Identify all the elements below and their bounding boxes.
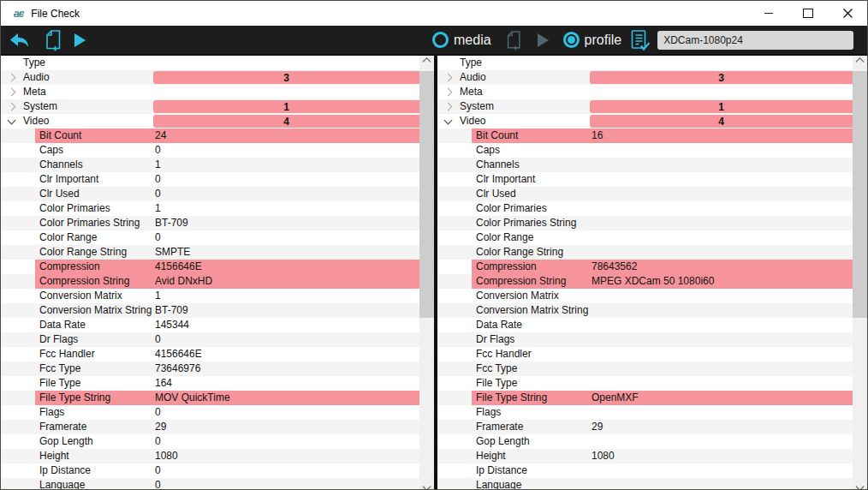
tree-row-conversion-matrix-string[interactable]: Conversion Matrix String bbox=[437, 303, 853, 318]
row-value: 0 bbox=[155, 231, 161, 243]
tree-row-clr-important[interactable]: Clr Important bbox=[437, 172, 853, 187]
row-label: Gop Length bbox=[39, 435, 93, 447]
tree-row-flags[interactable]: Flags bbox=[437, 405, 853, 420]
new-file-button[interactable] bbox=[43, 28, 63, 52]
tree-row-color-range[interactable]: Color Range bbox=[437, 230, 853, 245]
tree-row-framerate[interactable]: Framerate29 bbox=[437, 420, 853, 434]
back-button[interactable] bbox=[8, 30, 32, 51]
maximize-button[interactable] bbox=[788, 1, 828, 26]
tree-row-gop-length[interactable]: Gop Length0 bbox=[1, 434, 419, 449]
count-value: 4 bbox=[718, 116, 724, 128]
tree-row-audio[interactable]: Audio3 bbox=[437, 70, 853, 85]
tree-row-dr-flags[interactable]: Dr Flags0 bbox=[1, 332, 419, 347]
scroll-thumb[interactable] bbox=[419, 71, 434, 318]
tree-row-audio[interactable]: Audio3 bbox=[1, 70, 419, 85]
tree-row-height[interactable]: Height1080 bbox=[437, 449, 853, 463]
tree-row-clr-important[interactable]: Clr Important0 bbox=[1, 172, 419, 187]
tree-row-color-range-string[interactable]: Color Range String bbox=[437, 245, 853, 260]
row-label: Type bbox=[23, 57, 45, 69]
tree-row-color-range[interactable]: Color Range0 bbox=[1, 230, 419, 245]
tree-row-ip-distance[interactable]: Ip Distance0 bbox=[1, 463, 419, 478]
tree-row-dr-flags[interactable]: Dr Flags bbox=[437, 332, 853, 347]
tree-row-compression[interactable]: Compression4156646E bbox=[1, 260, 419, 274]
row-label: Fcc Type bbox=[39, 362, 80, 374]
profile-scrollbar[interactable] bbox=[853, 56, 867, 490]
tree-row-data-rate[interactable]: Data Rate bbox=[437, 318, 853, 332]
tree-row-color-primaries-string[interactable]: Color Primaries StringBT-709 bbox=[1, 216, 419, 230]
tree-row-caps[interactable]: Caps0 bbox=[1, 143, 419, 158]
row-label: Height bbox=[476, 450, 506, 462]
tree-row-conversion-matrix[interactable]: Conversion Matrix1 bbox=[1, 289, 419, 303]
tree-row-color-range-string[interactable]: Color Range StringSMPTE bbox=[1, 245, 419, 260]
close-button[interactable] bbox=[828, 1, 867, 26]
tree-row-compression-string[interactable]: Compression StringMPEG XDCam 50 1080i60 bbox=[437, 274, 853, 289]
tree-row-color-primaries[interactable]: Color Primaries bbox=[437, 201, 853, 216]
chevron-down-icon[interactable] bbox=[444, 117, 453, 125]
profile-name-input[interactable] bbox=[657, 31, 853, 50]
tree-row-height[interactable]: Height1080 bbox=[1, 449, 419, 463]
tree-row-language[interactable]: Language0 bbox=[1, 478, 419, 490]
column-header-type: Type bbox=[1, 56, 419, 70]
chevron-right-icon[interactable] bbox=[8, 103, 16, 111]
media-label[interactable]: media bbox=[454, 33, 491, 48]
minimize-button[interactable] bbox=[749, 1, 788, 26]
tree-row-bit-count[interactable]: Bit Count16 bbox=[437, 128, 853, 143]
scroll-thumb[interactable] bbox=[853, 71, 867, 318]
run-media-button[interactable] bbox=[538, 33, 549, 47]
tree-row-video[interactable]: Video4 bbox=[437, 114, 853, 128]
profile-checklist-button[interactable] bbox=[629, 28, 650, 52]
tree-row-compression[interactable]: Compression78643562 bbox=[437, 260, 853, 274]
tree-row-framerate[interactable]: Framerate29 bbox=[1, 420, 419, 434]
tree-row-ip-distance[interactable]: Ip Distance bbox=[437, 463, 853, 478]
chevron-right-icon[interactable] bbox=[444, 88, 453, 97]
tree-row-fcc-handler[interactable]: Fcc Handler bbox=[437, 347, 853, 362]
tree-row-conversion-matrix-string[interactable]: Conversion Matrix StringBT-709 bbox=[1, 303, 419, 318]
tree-row-bit-count[interactable]: Bit Count24 bbox=[1, 128, 419, 143]
scroll-down-icon[interactable] bbox=[419, 478, 434, 490]
media-radio[interactable] bbox=[432, 32, 449, 48]
tree-row-file-type[interactable]: File Type bbox=[437, 376, 853, 391]
scroll-down-icon[interactable] bbox=[853, 478, 867, 490]
profile-radio[interactable] bbox=[563, 32, 580, 48]
tree-row-fcc-type[interactable]: Fcc Type73646976 bbox=[1, 362, 419, 376]
new-media-file-button[interactable] bbox=[504, 29, 523, 51]
tree-row-meta[interactable]: Meta bbox=[437, 85, 853, 99]
tree-row-system[interactable]: System1 bbox=[437, 99, 853, 114]
row-value: 1 bbox=[155, 290, 161, 302]
tree-row-caps[interactable]: Caps bbox=[437, 143, 853, 158]
chevron-right-icon[interactable] bbox=[444, 74, 453, 82]
tree-row-meta[interactable]: Meta bbox=[1, 85, 419, 99]
tree-row-fcc-handler[interactable]: Fcc Handler4156646E bbox=[1, 347, 419, 362]
row-label: Type bbox=[460, 57, 482, 69]
tree-row-conversion-matrix[interactable]: Conversion Matrix bbox=[437, 289, 853, 303]
chevron-right-icon[interactable] bbox=[444, 103, 453, 111]
tree-row-flags[interactable]: Flags0 bbox=[1, 405, 419, 420]
chevron-right-icon[interactable] bbox=[8, 74, 16, 82]
minimize-icon bbox=[764, 13, 773, 14]
media-scrollbar[interactable] bbox=[419, 56, 434, 490]
scroll-up-icon[interactable] bbox=[419, 56, 434, 70]
scroll-up-icon[interactable] bbox=[853, 56, 867, 70]
tree-row-compression-string[interactable]: Compression StringAvid DNxHD bbox=[1, 274, 419, 289]
tree-row-channels[interactable]: Channels bbox=[437, 158, 853, 172]
tree-row-clr-used[interactable]: Clr Used bbox=[437, 187, 853, 201]
tree-row-data-rate[interactable]: Data Rate145344 bbox=[1, 318, 419, 332]
tree-row-gop-length[interactable]: Gop Length bbox=[437, 434, 853, 449]
chevron-down-icon[interactable] bbox=[8, 117, 16, 125]
chevron-right-icon[interactable] bbox=[8, 88, 16, 97]
count-value: 1 bbox=[718, 101, 724, 113]
profile-label[interactable]: profile bbox=[585, 33, 622, 48]
tree-row-file-type[interactable]: File Type164 bbox=[1, 376, 419, 391]
run-button[interactable] bbox=[74, 33, 86, 47]
tree-row-channels[interactable]: Channels1 bbox=[1, 158, 419, 172]
tree-row-language[interactable]: Language bbox=[437, 478, 853, 490]
tree-row-file-type-string[interactable]: File Type StringMOV QuickTime bbox=[1, 391, 419, 405]
tree-row-color-primaries-string[interactable]: Color Primaries String bbox=[437, 216, 853, 230]
tree-row-color-primaries[interactable]: Color Primaries1 bbox=[1, 201, 419, 216]
tree-row-fcc-type[interactable]: Fcc Type bbox=[437, 362, 853, 376]
row-label: Dr Flags bbox=[476, 333, 514, 345]
tree-row-clr-used[interactable]: Clr Used0 bbox=[1, 187, 419, 201]
tree-row-file-type-string[interactable]: File Type StringOpenMXF bbox=[437, 391, 853, 405]
tree-row-video[interactable]: Video4 bbox=[1, 114, 419, 128]
tree-row-system[interactable]: System1 bbox=[1, 99, 419, 114]
